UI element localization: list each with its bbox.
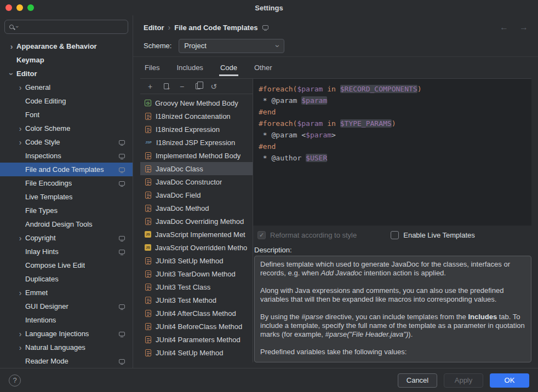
sidebar-item-font[interactable]: Font bbox=[0, 108, 133, 122]
checkbox-unchecked-icon[interactable] bbox=[391, 231, 399, 239]
sidebar-item-editor[interactable]: ›Editor bbox=[0, 67, 133, 80]
sidebar-item-file-types[interactable]: File Types bbox=[0, 204, 133, 217]
code-token: $param bbox=[306, 131, 331, 139]
template-item-javadoc-overriding-method[interactable]: JavaDoc Overriding Method bbox=[140, 215, 253, 228]
sidebar-item-language-injections[interactable]: ›Language Injections bbox=[0, 327, 133, 341]
back-button[interactable]: ← bbox=[500, 22, 508, 32]
search-history-chevron-icon[interactable]: › bbox=[14, 26, 20, 27]
sidebar-item-copyright[interactable]: ›Copyright bbox=[0, 231, 133, 245]
chevron-right-icon[interactable]: › bbox=[15, 125, 25, 132]
cancel-button[interactable]: Cancel bbox=[398, 373, 437, 388]
template-item-junit3-setup-method[interactable]: JUnit3 SetUp Method bbox=[140, 254, 253, 267]
template-item-javadoc-method[interactable]: JavaDoc Method bbox=[140, 201, 253, 215]
ok-button[interactable]: OK bbox=[490, 373, 529, 388]
template-file-icon bbox=[145, 284, 151, 291]
breadcrumb: Editor › File and Code Templates ← → bbox=[133, 15, 538, 35]
template-code-editor[interactable]: #foreach($param in $RECORD_COMPONENTS) *… bbox=[253, 79, 531, 226]
tab-files[interactable]: Files bbox=[144, 60, 161, 76]
duplicate-template-button[interactable] bbox=[194, 82, 202, 91]
template-item-junit4-parameters-method[interactable]: JUnit4 Parameters Method bbox=[140, 333, 253, 346]
enable-live-templates-checkbox[interactable]: Enable Live Templates bbox=[391, 231, 475, 239]
zoom-button[interactable] bbox=[27, 4, 34, 11]
settings-search-input[interactable] bbox=[20, 23, 123, 31]
chevron-right-icon[interactable]: › bbox=[15, 84, 25, 91]
sidebar-item-intentions[interactable]: Intentions bbox=[0, 313, 133, 327]
sidebar-item-android-design-tools[interactable]: Android Design Tools bbox=[0, 217, 133, 231]
forward-button[interactable]: → bbox=[519, 22, 528, 32]
per-monitor-settings-icon bbox=[119, 332, 125, 336]
tab-other[interactable]: Other bbox=[253, 60, 273, 76]
sidebar-item-emmet[interactable]: ›Emmet bbox=[0, 286, 133, 299]
template-file-icon bbox=[145, 205, 151, 212]
add-template-button[interactable]: + bbox=[146, 82, 154, 91]
description-text: Add Javadoc bbox=[321, 269, 362, 277]
create-child-template-button[interactable] bbox=[162, 82, 170, 91]
sidebar-item-code-editing[interactable]: Code Editing bbox=[0, 94, 133, 108]
sidebar-item-label: Code Editing bbox=[25, 97, 66, 105]
code-line: #end bbox=[259, 106, 526, 118]
template-item-javadoc-constructor[interactable]: JavaDoc Constructor bbox=[140, 175, 253, 188]
sidebar-item-compose-live-edit[interactable]: Compose Live Edit bbox=[0, 258, 133, 272]
template-item-junit3-test-class[interactable]: JUnit3 Test Class bbox=[140, 280, 253, 293]
template-item-groovy-new-method-body[interactable]: GGroovy New Method Body bbox=[140, 96, 253, 109]
sidebar-item-reader-mode[interactable]: Reader Mode bbox=[0, 354, 133, 368]
template-item-i18nized-expression[interactable]: I18nized Expression bbox=[140, 123, 253, 136]
sidebar-item-keymap[interactable]: Keymap bbox=[0, 53, 133, 67]
template-item-javascript-implemented-met[interactable]: JSJavaScript Implemented Met bbox=[140, 228, 253, 241]
template-file-icon bbox=[145, 270, 151, 278]
js-file-icon: JS bbox=[145, 244, 151, 251]
sidebar-item-gui-designer[interactable]: GUI Designer bbox=[0, 299, 133, 313]
template-file-icon bbox=[145, 257, 151, 264]
tab-includes[interactable]: Includes bbox=[175, 60, 204, 76]
template-item-javadoc-field[interactable]: JavaDoc Field bbox=[140, 188, 253, 201]
code-line: * @param $param bbox=[259, 95, 526, 106]
template-item-i18nized-jsp-expression[interactable]: JSPI18nized JSP Expression bbox=[140, 136, 253, 149]
chevron-right-icon[interactable]: › bbox=[15, 234, 25, 242]
tab-code[interactable]: Code bbox=[219, 60, 238, 76]
sidebar-item-label: Code Style bbox=[25, 138, 60, 146]
template-list: GGroovy New Method BodyI18nized Concaten… bbox=[140, 94, 253, 362]
sidebar-item-file-and-code-templates[interactable]: File and Code Templates bbox=[0, 163, 133, 176]
template-item-implemented-method-body[interactable]: Implemented Method Body bbox=[140, 149, 253, 162]
sidebar-item-inlay-hints[interactable]: Inlay Hints bbox=[0, 245, 133, 258]
sidebar-item-label: Emmet bbox=[25, 289, 48, 297]
chevron-right-icon[interactable]: › bbox=[15, 344, 25, 351]
per-monitor-settings-icon bbox=[119, 250, 125, 254]
chevron-right-icon[interactable]: › bbox=[15, 330, 25, 338]
sidebar-item-code-style[interactable]: ›Code Style bbox=[0, 135, 133, 149]
sidebar-item-inspections[interactable]: Inspections bbox=[0, 149, 133, 163]
remove-template-button[interactable]: − bbox=[178, 82, 186, 91]
sidebar-item-natural-languages[interactable]: ›Natural Languages bbox=[0, 341, 133, 354]
sidebar-item-appearance-behavior[interactable]: ›Appearance & Behavior bbox=[0, 39, 133, 53]
chevron-down-icon[interactable]: › bbox=[8, 69, 15, 79]
template-item-javadoc-class[interactable]: JavaDoc Class bbox=[140, 162, 253, 175]
description-paragraph: Predefined variables take the following … bbox=[260, 348, 525, 356]
template-item-javascript-overridden-metho[interactable]: JSJavaScript Overridden Metho bbox=[140, 241, 253, 254]
sidebar-item-file-encodings[interactable]: File Encodings bbox=[0, 176, 133, 190]
sidebar-item-duplicates[interactable]: Duplicates bbox=[0, 272, 133, 286]
template-item-junit3-test-method[interactable]: JUnit3 Test Method bbox=[140, 293, 253, 307]
sidebar-item-live-templates[interactable]: Live Templates bbox=[0, 190, 133, 204]
template-item-i18nized-concatenation[interactable]: I18nized Concatenation bbox=[140, 109, 253, 123]
sidebar-item-color-scheme[interactable]: ›Color Scheme bbox=[0, 122, 133, 135]
template-item-label: JUnit4 AfterClass Method bbox=[156, 309, 236, 318]
help-button[interactable]: ? bbox=[9, 374, 21, 387]
template-item-junit4-setup-method[interactable]: JUnit4 SetUp Method bbox=[140, 346, 253, 359]
minimize-button[interactable] bbox=[16, 4, 23, 11]
reset-template-button[interactable]: ↺ bbox=[210, 82, 218, 91]
description-box[interactable]: Defines template which used to generate … bbox=[254, 256, 531, 362]
template-item-label: JUnit3 Test Class bbox=[156, 283, 210, 291]
template-item-junit4-beforeclass-method[interactable]: JUnit4 BeforeClass Method bbox=[140, 320, 253, 333]
template-item-junit3-teardown-method[interactable]: JUnit3 TearDown Method bbox=[140, 267, 253, 280]
sidebar-item-general[interactable]: ›General bbox=[0, 80, 133, 94]
close-button[interactable] bbox=[5, 4, 12, 11]
copy-icon bbox=[196, 83, 201, 89]
chevron-right-icon[interactable]: › bbox=[15, 139, 25, 146]
chevron-right-icon[interactable]: › bbox=[15, 289, 25, 297]
template-item-label: I18nized JSP Expression bbox=[156, 139, 235, 147]
breadcrumb-item-editor[interactable]: Editor bbox=[144, 24, 164, 32]
template-item-junit4-afterclass-method[interactable]: JUnit4 AfterClass Method bbox=[140, 307, 253, 320]
per-monitor-settings-icon bbox=[119, 236, 125, 240]
chevron-right-icon[interactable]: › bbox=[7, 43, 16, 50]
scheme-select[interactable]: Project › bbox=[179, 39, 284, 53]
